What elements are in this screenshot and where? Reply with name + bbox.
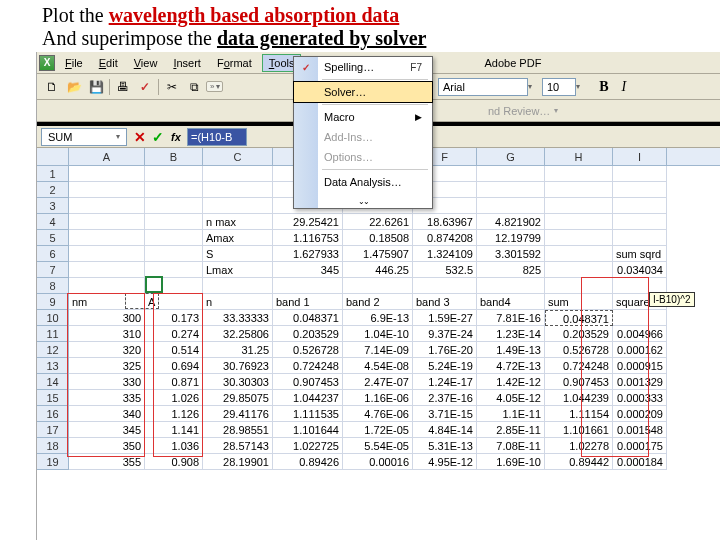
grid-body[interactable]: 1234n max29.2542122.626118.639674.821902… bbox=[37, 166, 720, 470]
cell-H16[interactable]: 1.11154 bbox=[545, 406, 613, 422]
cell-A18[interactable]: 350 bbox=[69, 438, 145, 454]
cell-B10[interactable]: 0.173 bbox=[145, 310, 203, 326]
cell-I10[interactable] bbox=[613, 310, 667, 326]
cell-E7[interactable]: 446.25 bbox=[343, 262, 413, 278]
font-size-selector[interactable]: 10 bbox=[542, 78, 576, 96]
cut-icon[interactable]: ✂ bbox=[161, 77, 183, 97]
menu-expand-chevron[interactable]: ⌄⌄ bbox=[294, 192, 432, 208]
cell-E19[interactable]: 0.00016 bbox=[343, 454, 413, 470]
menu-item-spelling[interactable]: ✓ Spelling…F7 bbox=[294, 57, 432, 77]
row-header[interactable]: 14 bbox=[37, 374, 69, 390]
cell-F6[interactable]: 1.324109 bbox=[413, 246, 477, 262]
cell-A13[interactable]: 325 bbox=[69, 358, 145, 374]
copy-icon[interactable]: ⧉ bbox=[183, 77, 205, 97]
cell-B17[interactable]: 1.141 bbox=[145, 422, 203, 438]
save-icon[interactable]: 💾 bbox=[85, 77, 107, 97]
cell-A15[interactable]: 335 bbox=[69, 390, 145, 406]
cell-H1[interactable] bbox=[545, 166, 613, 182]
cell-H15[interactable]: 1.044239 bbox=[545, 390, 613, 406]
cell-B11[interactable]: 0.274 bbox=[145, 326, 203, 342]
col-header-B[interactable]: B bbox=[145, 148, 203, 165]
cell-I14[interactable]: 0.001329 bbox=[613, 374, 667, 390]
cell-I13[interactable]: 0.000915 bbox=[613, 358, 667, 374]
cell-A19[interactable]: 355 bbox=[69, 454, 145, 470]
cell-C18[interactable]: 28.57143 bbox=[203, 438, 273, 454]
col-header-G[interactable]: G bbox=[477, 148, 545, 165]
cell-E9[interactable]: band 2 bbox=[343, 294, 413, 310]
cell-C3[interactable] bbox=[203, 198, 273, 214]
cell-H7[interactable] bbox=[545, 262, 613, 278]
cell-B2[interactable] bbox=[145, 182, 203, 198]
cell-F9[interactable]: band 3 bbox=[413, 294, 477, 310]
print-icon[interactable]: 🖶 bbox=[112, 77, 134, 97]
cell-A17[interactable]: 345 bbox=[69, 422, 145, 438]
font-selector[interactable]: Arial bbox=[438, 78, 528, 96]
cell-H5[interactable] bbox=[545, 230, 613, 246]
row-header[interactable]: 17 bbox=[37, 422, 69, 438]
cell-A14[interactable]: 330 bbox=[69, 374, 145, 390]
cell-B6[interactable] bbox=[145, 246, 203, 262]
cell-G4[interactable]: 4.821902 bbox=[477, 214, 545, 230]
cell-G9[interactable]: band4 bbox=[477, 294, 545, 310]
cell-E13[interactable]: 4.54E-08 bbox=[343, 358, 413, 374]
cell-C9[interactable]: n bbox=[203, 294, 273, 310]
select-all-corner[interactable] bbox=[37, 148, 69, 165]
cell-F14[interactable]: 1.24E-17 bbox=[413, 374, 477, 390]
menu-item-macro[interactable]: Macro▶ bbox=[294, 107, 432, 127]
cell-A4[interactable] bbox=[69, 214, 145, 230]
cell-A6[interactable] bbox=[69, 246, 145, 262]
cell-D4[interactable]: 29.25421 bbox=[273, 214, 343, 230]
cell-B5[interactable] bbox=[145, 230, 203, 246]
cell-A7[interactable] bbox=[69, 262, 145, 278]
cell-D9[interactable]: band 1 bbox=[273, 294, 343, 310]
cell-C12[interactable]: 31.25 bbox=[203, 342, 273, 358]
cell-B9[interactable]: A bbox=[145, 294, 203, 310]
cell-G5[interactable]: 12.19799 bbox=[477, 230, 545, 246]
cell-C11[interactable]: 32.25806 bbox=[203, 326, 273, 342]
cell-F15[interactable]: 2.37E-16 bbox=[413, 390, 477, 406]
review-label[interactable]: nd Review… bbox=[488, 105, 550, 117]
row-header[interactable]: 1 bbox=[37, 166, 69, 182]
cell-I18[interactable]: 0.000175 bbox=[613, 438, 667, 454]
row-header[interactable]: 16 bbox=[37, 406, 69, 422]
bold-button[interactable]: B bbox=[594, 79, 614, 95]
cell-F16[interactable]: 3.71E-15 bbox=[413, 406, 477, 422]
row-header[interactable]: 10 bbox=[37, 310, 69, 326]
chevron-down-icon[interactable]: ▾ bbox=[528, 82, 536, 91]
accept-formula-icon[interactable]: ✓ bbox=[149, 128, 167, 146]
cell-I5[interactable] bbox=[613, 230, 667, 246]
cell-B3[interactable] bbox=[145, 198, 203, 214]
cell-E5[interactable]: 0.18508 bbox=[343, 230, 413, 246]
menu-item-solver[interactable]: Solver… bbox=[293, 81, 433, 103]
cell-F10[interactable]: 1.59E-27 bbox=[413, 310, 477, 326]
cell-F5[interactable]: 0.874208 bbox=[413, 230, 477, 246]
cell-C19[interactable]: 28.19901 bbox=[203, 454, 273, 470]
cell-B14[interactable]: 0.871 bbox=[145, 374, 203, 390]
cell-I16[interactable]: 0.000209 bbox=[613, 406, 667, 422]
cell-G3[interactable] bbox=[477, 198, 545, 214]
cell-F8[interactable] bbox=[413, 278, 477, 294]
cell-A9[interactable]: nm bbox=[69, 294, 145, 310]
col-header-H[interactable]: H bbox=[545, 148, 613, 165]
cell-F12[interactable]: 1.76E-20 bbox=[413, 342, 477, 358]
cell-E17[interactable]: 1.72E-05 bbox=[343, 422, 413, 438]
new-icon[interactable]: 🗋 bbox=[41, 77, 63, 97]
menu-insert[interactable]: Insert bbox=[167, 55, 207, 71]
cell-B13[interactable]: 0.694 bbox=[145, 358, 203, 374]
menu-edit[interactable]: Edit bbox=[93, 55, 124, 71]
row-header[interactable]: 12 bbox=[37, 342, 69, 358]
cell-I3[interactable] bbox=[613, 198, 667, 214]
cell-H10[interactable]: 0.048371 bbox=[545, 310, 613, 326]
cell-C14[interactable]: 30.30303 bbox=[203, 374, 273, 390]
cancel-formula-icon[interactable]: ✕ bbox=[131, 128, 149, 146]
cell-H3[interactable] bbox=[545, 198, 613, 214]
cell-I19[interactable]: 0.000184 bbox=[613, 454, 667, 470]
row-header[interactable]: 18 bbox=[37, 438, 69, 454]
cell-I7[interactable]: 0.034034 bbox=[613, 262, 667, 278]
cell-I12[interactable]: 0.000162 bbox=[613, 342, 667, 358]
cell-D17[interactable]: 1.101644 bbox=[273, 422, 343, 438]
cell-D13[interactable]: 0.724248 bbox=[273, 358, 343, 374]
menu-item-data-analysis[interactable]: Data Analysis… bbox=[294, 172, 432, 192]
cell-F7[interactable]: 532.5 bbox=[413, 262, 477, 278]
cell-A16[interactable]: 340 bbox=[69, 406, 145, 422]
